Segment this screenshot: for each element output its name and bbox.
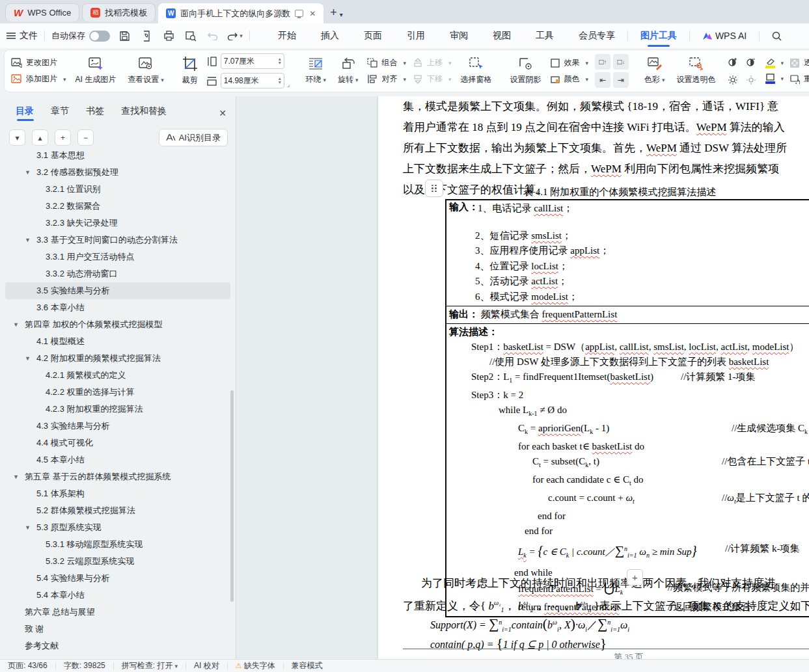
toc-item[interactable]: 3.5 实验结果与分析 (5, 282, 230, 299)
toc-item[interactable]: 致 谢 (0, 621, 236, 638)
toc-item[interactable]: 4.5 本章小结 (0, 451, 236, 468)
search-icon[interactable] (760, 23, 794, 48)
tab-docer-template[interactable]: 稻 找稻壳模板 (82, 3, 156, 21)
toc-item[interactable]: 3.6 本章小结 (0, 299, 236, 316)
toc-zoom-in-button[interactable]: + (55, 129, 71, 146)
screen-share-icon[interactable] (295, 10, 303, 17)
toc-item[interactable]: ▼4.2 附加权重的频繁模式挖掘算法 (0, 350, 236, 367)
toc-item[interactable]: 4.2.1 频繁模式的定义 (0, 367, 236, 384)
export-pdf-button[interactable] (139, 28, 154, 44)
menu-tab-视图[interactable]: 视图 (480, 23, 523, 48)
toc-item[interactable]: 4.3 实验结果与分析 (0, 418, 236, 435)
border-color-button[interactable]: ▾ (765, 74, 784, 84)
toc-item[interactable]: 4.4 模式可视化 (0, 435, 236, 451)
transparency-button[interactable]: 透明度 (790, 57, 809, 68)
toc-item[interactable]: ▼3.3 基于交互时间窗口的动态分割算法 (0, 232, 236, 249)
algorithm-table[interactable]: 输入： 1、电话记录 callList； 2、短信记录 smsList；3、应用… (445, 199, 809, 617)
toc-item[interactable]: 3.2.3 缺失记录处理 (0, 215, 236, 232)
autosave-toggle[interactable] (89, 31, 110, 42)
table-drag-handle[interactable] (425, 180, 443, 197)
menu-tab-引用[interactable]: 引用 (394, 23, 437, 48)
height-stepper[interactable]: ▴▾ (279, 57, 281, 65)
toc-collapse-up-button[interactable]: ▴ (32, 129, 48, 146)
toc-collapse-caret-icon[interactable]: ▼ (25, 355, 36, 362)
brightness-up-icon[interactable] (725, 72, 741, 88)
nudge-left-icon[interactable]: ⇤ (595, 72, 610, 88)
selection-pane-button[interactable]: 选择窗格 (458, 57, 495, 85)
brightness-down-icon[interactable] (743, 72, 759, 88)
ai-recognize-toc-button[interactable]: AI识别目录 (159, 129, 228, 146)
missing-font-warning[interactable]: ⚠ 缺失字体 (236, 660, 275, 671)
page-indicator[interactable]: 页面: 43/66 (8, 660, 48, 671)
close-sidebar-icon[interactable]: ✕ (219, 108, 226, 118)
toc-item[interactable]: ▼5.3 原型系统实现 (0, 519, 236, 536)
tab-wps-office[interactable]: W WPS Office (5, 3, 79, 21)
save-button[interactable] (117, 28, 132, 44)
menu-tab-审阅[interactable]: 审阅 (437, 23, 480, 48)
toc-item[interactable]: 4.2.2 权重的选择与计算 (0, 384, 236, 401)
toc-collapse-caret-icon[interactable]: ▼ (13, 321, 25, 328)
sidebar-tab-书签[interactable]: 书签 (86, 105, 104, 121)
print-button[interactable] (161, 28, 176, 44)
tab-list-dropdown-icon[interactable]: ▾ (340, 11, 343, 18)
contrast-up-icon[interactable] (725, 54, 741, 70)
move-up-button[interactable]: 上移▾ (413, 57, 452, 68)
colorize-button[interactable]: 色彩▾ (642, 57, 668, 85)
toc-item[interactable]: ▼第四章 加权的个体频繁模式挖掘模型 (0, 316, 236, 333)
redo-dropdown-icon[interactable]: ▾ (240, 33, 243, 39)
spellcheck-status[interactable]: 拼写检查: 打开▾ (122, 660, 178, 671)
toc-item[interactable]: 参考文献 (0, 638, 236, 654)
toc-collapse-caret-icon[interactable]: ▼ (25, 524, 36, 531)
highlight-color-button[interactable]: ▾ (765, 58, 784, 68)
compatibility-mode[interactable]: 兼容模式 (292, 660, 323, 671)
nudge-right-icon[interactable]: ⇥ (613, 72, 629, 88)
menu-tab-页面[interactable]: 页面 (351, 23, 394, 48)
menu-tab-开始[interactable]: 开始 (266, 23, 309, 48)
rotate-button[interactable]: 旋转▾ (335, 57, 361, 85)
toc-item[interactable]: 4.1 模型概述 (0, 333, 236, 350)
toc-item[interactable]: 3.1 基本思想 (0, 147, 236, 164)
sidebar-tab-查找和替换[interactable]: 查找和替换 (121, 105, 167, 121)
ai-generate-picture-button[interactable]: AI 生成图片 (73, 57, 119, 85)
tab-document[interactable]: W 面向手机上下文的纵向多源数 ✕ (158, 3, 323, 23)
toc-item[interactable]: 5.2 群体频繁模式挖掘算法 (0, 502, 236, 519)
toc-item[interactable]: 4.2.3 附加权重的挖掘算法 (0, 401, 236, 418)
toc-item[interactable]: 5.4 本章小结 (0, 587, 236, 604)
toc-item[interactable]: 3.2.1 位置识别 (0, 181, 236, 198)
redo-button[interactable]: ▾ (227, 28, 243, 44)
toc-item[interactable]: 5.1 体系架构 (0, 485, 236, 502)
menu-tab-工具[interactable]: 工具 (523, 23, 566, 48)
toc-item[interactable]: ▼3.2 传感器数据预处理 (0, 164, 236, 181)
contrast-down-icon[interactable] (743, 54, 759, 70)
word-count[interactable]: 字数: 39825 (64, 660, 105, 671)
undo-button[interactable] (205, 28, 221, 44)
toc-item[interactable]: ▼第五章 基于云的群体频繁模式挖掘系统 (0, 468, 236, 485)
wrap-button[interactable]: 环绕▾ (303, 57, 329, 85)
set-transparent-color-button[interactable]: 设置透明色 (674, 57, 719, 85)
toc-collapse-caret-icon[interactable]: ▼ (25, 169, 36, 176)
toc-item[interactable]: 3.2.2 数据聚合 (0, 198, 236, 215)
bring-forward-icon[interactable]: □↑ (595, 54, 610, 70)
group-button[interactable]: 组合▾ (367, 57, 406, 68)
send-backward-icon[interactable]: □↓ (613, 54, 629, 70)
effect-button[interactable]: 效果▾ (551, 57, 589, 68)
add-picture-button[interactable]: 添加图片 ▾ (11, 74, 66, 85)
toc-collapse-caret-icon[interactable]: ▼ (13, 474, 25, 480)
align-button[interactable]: 对齐▾ (367, 74, 406, 85)
size-dialog-expander-icon[interactable]: ⌟ (287, 81, 290, 88)
sidebar-tab-章节[interactable]: 章节 (51, 105, 69, 121)
toc-item[interactable]: 5.3.2 云端原型系统实现 (0, 553, 236, 570)
width-stepper[interactable]: ▴▾ (279, 77, 281, 85)
menu-tab-插入[interactable]: 插入 (309, 23, 351, 48)
toc-expand-down-button[interactable]: ▾ (9, 129, 25, 146)
crop-button[interactable]: 裁剪 (180, 56, 200, 86)
color-button[interactable]: 颜色▾ (551, 74, 589, 85)
print-preview-button[interactable] (183, 28, 199, 44)
width-input[interactable]: 14.98厘米▴▾ (221, 73, 284, 88)
menu-tab-wps-ai[interactable]: WPS AI (690, 23, 759, 48)
move-down-button[interactable]: 下移▾ (413, 74, 452, 85)
toc-collapse-caret-icon[interactable]: ▼ (25, 237, 36, 243)
ai-proofread-button[interactable]: AI 校对 (194, 660, 219, 671)
close-tab-icon[interactable]: ✕ (309, 9, 316, 18)
reset-style-button[interactable]: 重设样式 (790, 74, 809, 85)
